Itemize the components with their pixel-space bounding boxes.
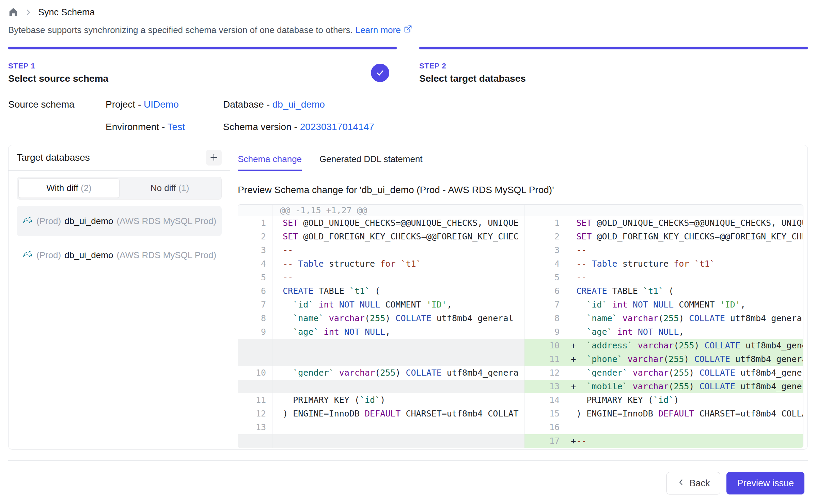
step-2-label: STEP 2: [419, 62, 526, 70]
db-instance: (AWS RDS MySQL Prod): [116, 250, 216, 261]
new-line-number: 4: [524, 257, 566, 271]
old-code-cell: [272, 380, 524, 393]
diff-row: 7 `id` int NOT NULL COMMENT 'ID',7 `id` …: [238, 298, 803, 312]
new-code-cell: + `phone` varchar(255) COLLATE utf8mb4_g…: [566, 352, 803, 366]
step-1: STEP 1 Select source schema: [8, 47, 397, 84]
chevron-left-icon: [677, 478, 685, 489]
new-line-number: 12: [524, 366, 566, 380]
new-line-number: 11: [524, 352, 566, 366]
added-line-marker: +: [566, 339, 576, 352]
db-list-item[interactable]: (Prod) db_ui_demo (AWS RDS MySQL Prod): [17, 240, 222, 270]
field-separator: -: [264, 99, 272, 110]
diff-row: 11+ `phone` varchar(255) COLLATE utf8mb4…: [238, 352, 803, 366]
target-databases-panel: Target databases With diff (2) No diff (…: [9, 145, 230, 449]
old-line-number: 4: [238, 257, 272, 271]
mysql-icon: [22, 215, 33, 227]
old-line-number: [238, 434, 272, 448]
old-code-cell: --: [272, 271, 524, 284]
new-line-number: 17: [524, 434, 566, 448]
old-line-number: 1: [238, 216, 272, 230]
diff-row: 9 `age` int NOT NULL,9 `age` int NOT NUL…: [238, 325, 803, 339]
source-schema-database: Database - db_ui_demo: [223, 99, 808, 110]
new-line-number: 10: [524, 339, 566, 352]
old-code-cell: PRIMARY KEY (`id`): [272, 393, 524, 407]
new-code-cell: -- Table structure for `t1`: [566, 257, 803, 271]
step-2-progress-bar: [419, 47, 808, 49]
tab-with-diff[interactable]: With diff (2): [18, 178, 120, 198]
old-code-cell: [272, 421, 524, 434]
source-schema-project: Project - UIDemo: [106, 99, 223, 110]
new-line-number: [524, 205, 566, 216]
with-diff-label: With diff: [46, 183, 81, 193]
learn-more-label: Learn more: [356, 25, 401, 35]
old-line-number: [238, 380, 272, 393]
step-2-title: Select target databases: [419, 73, 526, 84]
db-name: db_ui_demo: [64, 216, 113, 226]
schema-version-link[interactable]: 20230317014147: [300, 122, 374, 132]
db-list: (Prod) db_ui_demo (AWS RDS MySQL Prod) (…: [17, 206, 222, 270]
new-line-number: 16: [524, 421, 566, 434]
schema-version-field-name: Schema version: [223, 122, 292, 132]
old-line-number: [238, 352, 272, 366]
new-line-number: 8: [524, 312, 566, 325]
database-link[interactable]: db_ui_demo: [272, 99, 325, 110]
new-code-cell: --: [566, 271, 803, 284]
old-code-cell: ) ENGINE=InnoDB DEFAULT CHARSET=utf8mb4 …: [272, 407, 524, 421]
project-link[interactable]: UIDemo: [144, 99, 179, 110]
diff-filter-tabs: With diff (2) No diff (1): [17, 177, 222, 200]
new-code-cell: `age` int NOT NULL,: [566, 325, 803, 339]
footer-divider: [8, 460, 808, 461]
old-code-cell: @@ -1,15 +1,27 @@: [272, 205, 524, 216]
new-code-cell: [566, 421, 803, 434]
home-icon[interactable]: [8, 7, 18, 17]
new-code-cell: --: [566, 243, 803, 257]
add-database-button[interactable]: [206, 150, 222, 166]
new-line-number: 13: [524, 380, 566, 393]
tab-generated-ddl[interactable]: Generated DDL statement: [319, 154, 423, 171]
diff-table[interactable]: @@ -1,15 +1,27 @@1SET @OLD_UNIQUE_CHECKS…: [238, 204, 803, 448]
new-code-cell: SET @OLD_FOREIGN_KEY_CHECKS=@@FOREIGN_KE…: [566, 230, 803, 243]
field-separator: -: [135, 99, 144, 110]
diff-row: 6CREATE TABLE `t1` (6CREATE TABLE `t1` (: [238, 284, 803, 298]
back-button[interactable]: Back: [666, 472, 720, 494]
new-line-number: 9: [524, 325, 566, 339]
no-diff-count: (1): [178, 183, 189, 193]
step-2: STEP 2 Select target databases: [419, 47, 808, 84]
old-code-cell: SET @OLD_UNIQUE_CHECKS=@@UNIQUE_CHECKS, …: [272, 216, 524, 230]
old-line-number: 12: [238, 407, 272, 421]
source-schema-label: Source schema: [8, 99, 106, 110]
preview-issue-button[interactable]: Preview issue: [726, 472, 804, 494]
database-field-name: Database: [223, 99, 264, 110]
diff-row: 11 PRIMARY KEY (`id`)14 PRIMARY KEY (`id…: [238, 393, 803, 407]
environment-link[interactable]: Test: [168, 122, 185, 132]
diff-row: 3--3--: [238, 243, 803, 257]
old-line-number: 8: [238, 312, 272, 325]
old-line-number: 2: [238, 230, 272, 243]
new-code-cell: SET @OLD_UNIQUE_CHECKS=@@UNIQUE_CHECKS, …: [566, 216, 803, 230]
diff-row: 4-- Table structure for `t1`4-- Table st…: [238, 257, 803, 271]
field-separator: -: [159, 122, 167, 132]
new-line-number: 3: [524, 243, 566, 257]
new-code-cell: PRIMARY KEY (`id`): [566, 393, 803, 407]
new-line-number: 5: [524, 271, 566, 284]
field-separator: -: [292, 122, 300, 132]
db-name: db_ui_demo: [64, 250, 113, 261]
tab-no-diff[interactable]: No diff (1): [120, 178, 220, 198]
learn-more-link[interactable]: Learn more: [356, 25, 412, 36]
breadcrumb: Sync Schema: [8, 5, 808, 20]
page-title: Sync Schema: [38, 7, 95, 18]
step-1-title: Select source schema: [8, 73, 108, 84]
project-field-name: Project: [106, 99, 135, 110]
diff-row: 10 `gender` varchar(255) COLLATE utf8mb4…: [238, 366, 803, 380]
new-line-number: 6: [524, 284, 566, 298]
tab-schema-change[interactable]: Schema change: [238, 154, 302, 171]
db-list-item[interactable]: (Prod) db_ui_demo (AWS RDS MySQL Prod): [17, 206, 222, 236]
footer-actions: Back Preview issue: [8, 472, 808, 494]
old-code-cell: SET @OLD_FOREIGN_KEY_CHECKS=@@FOREIGN_KE…: [272, 230, 524, 243]
db-instance: (AWS RDS MySQL Prod): [116, 216, 216, 226]
diff-hunk-header-row: @@ -1,15 +1,27 @@: [238, 205, 803, 216]
diff-row: 2SET @OLD_FOREIGN_KEY_CHECKS=@@FOREIGN_K…: [238, 230, 803, 243]
diff-row: 1SET @OLD_UNIQUE_CHECKS=@@UNIQUE_CHECKS,…: [238, 216, 803, 230]
step-1-completed-check-icon: [371, 64, 389, 82]
target-databases-title: Target databases: [17, 152, 90, 163]
